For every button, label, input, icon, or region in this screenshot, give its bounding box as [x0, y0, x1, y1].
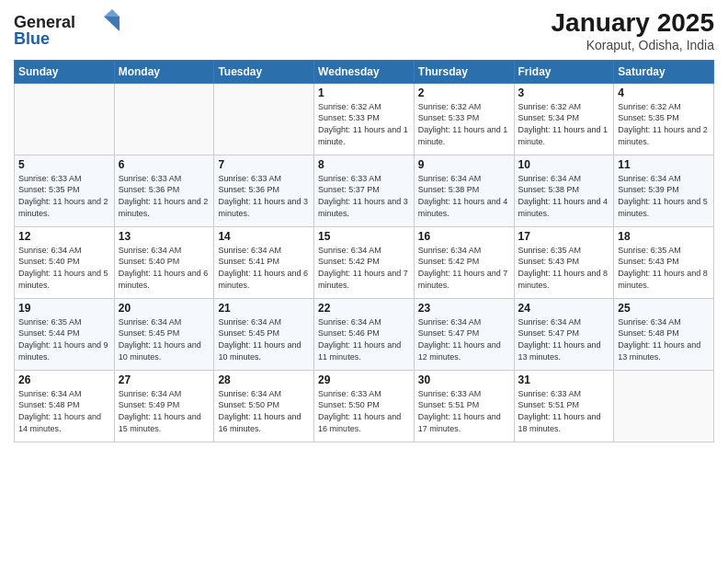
day-number: 27 — [119, 373, 210, 386]
week-row-4: 19Sunrise: 6:35 AM Sunset: 5:44 PM Dayli… — [15, 298, 714, 370]
day-number: 19 — [18, 302, 110, 315]
day-number: 29 — [318, 373, 410, 386]
day-info: Sunrise: 6:33 AM Sunset: 5:36 PM Dayligh… — [218, 173, 310, 219]
day-number: 18 — [618, 230, 710, 243]
weekday-header-wednesday: Wednesday — [314, 60, 415, 83]
weekday-header-sunday: Sunday — [15, 60, 115, 83]
day-number: 8 — [318, 158, 410, 171]
month-title: January 2025 — [552, 9, 714, 38]
day-number: 7 — [218, 158, 310, 171]
day-cell: 12Sunrise: 6:34 AM Sunset: 5:40 PM Dayli… — [15, 226, 115, 298]
title-block: January 2025 Koraput, Odisha, India — [552, 9, 714, 52]
day-info: Sunrise: 6:34 AM Sunset: 5:45 PM Dayligh… — [119, 316, 210, 362]
day-number: 2 — [418, 86, 510, 99]
weekday-header-monday: Monday — [114, 60, 214, 83]
day-number: 30 — [418, 373, 510, 386]
day-cell: 30Sunrise: 6:33 AM Sunset: 5:51 PM Dayli… — [414, 370, 514, 442]
day-number: 26 — [18, 373, 110, 386]
day-info: Sunrise: 6:34 AM Sunset: 5:46 PM Dayligh… — [318, 316, 410, 362]
day-info: Sunrise: 6:34 AM Sunset: 5:42 PM Dayligh… — [418, 245, 510, 291]
day-info: Sunrise: 6:32 AM Sunset: 5:35 PM Dayligh… — [618, 101, 710, 147]
day-number: 24 — [518, 302, 610, 315]
day-cell: 9Sunrise: 6:34 AM Sunset: 5:38 PM Daylig… — [414, 155, 514, 226]
day-cell: 8Sunrise: 6:33 AM Sunset: 5:37 PM Daylig… — [314, 155, 415, 226]
day-info: Sunrise: 6:33 AM Sunset: 5:37 PM Dayligh… — [318, 173, 410, 219]
day-cell — [614, 370, 714, 442]
day-number: 22 — [318, 302, 410, 315]
day-number: 3 — [518, 86, 610, 99]
day-cell — [15, 83, 115, 155]
day-cell: 16Sunrise: 6:34 AM Sunset: 5:42 PM Dayli… — [414, 226, 514, 298]
day-cell: 17Sunrise: 6:35 AM Sunset: 5:43 PM Dayli… — [514, 226, 614, 298]
day-info: Sunrise: 6:34 AM Sunset: 5:39 PM Dayligh… — [618, 173, 710, 219]
page: General Blue January 2025 Koraput, Odish… — [0, 0, 728, 563]
location: Koraput, Odisha, India — [552, 38, 714, 52]
day-number: 15 — [318, 230, 410, 243]
day-info: Sunrise: 6:32 AM Sunset: 5:34 PM Dayligh… — [518, 101, 610, 147]
day-number: 14 — [218, 230, 310, 243]
day-cell: 23Sunrise: 6:34 AM Sunset: 5:47 PM Dayli… — [414, 298, 514, 370]
day-cell: 10Sunrise: 6:34 AM Sunset: 5:38 PM Dayli… — [514, 155, 614, 226]
svg-text:Blue: Blue — [14, 29, 50, 48]
day-number: 1 — [318, 86, 410, 99]
day-info: Sunrise: 6:32 AM Sunset: 5:33 PM Dayligh… — [418, 101, 510, 147]
day-cell: 4Sunrise: 6:32 AM Sunset: 5:35 PM Daylig… — [614, 83, 714, 155]
day-info: Sunrise: 6:35 AM Sunset: 5:43 PM Dayligh… — [518, 245, 610, 291]
day-cell: 6Sunrise: 6:33 AM Sunset: 5:36 PM Daylig… — [114, 155, 214, 226]
day-number: 12 — [18, 230, 110, 243]
day-number: 10 — [518, 158, 610, 171]
day-cell: 18Sunrise: 6:35 AM Sunset: 5:43 PM Dayli… — [614, 226, 714, 298]
day-cell: 27Sunrise: 6:34 AM Sunset: 5:49 PM Dayli… — [114, 370, 214, 442]
day-cell: 5Sunrise: 6:33 AM Sunset: 5:35 PM Daylig… — [15, 155, 115, 226]
day-number: 16 — [418, 230, 510, 243]
calendar-table: SundayMondayTuesdayWednesdayThursdayFrid… — [14, 60, 714, 442]
logo: General Blue — [14, 9, 133, 51]
day-number: 13 — [119, 230, 210, 243]
weekday-header-thursday: Thursday — [414, 60, 514, 83]
day-info: Sunrise: 6:35 AM Sunset: 5:43 PM Dayligh… — [618, 245, 710, 291]
svg-marker-2 — [104, 17, 119, 31]
day-cell: 1Sunrise: 6:32 AM Sunset: 5:33 PM Daylig… — [314, 83, 415, 155]
day-cell: 31Sunrise: 6:33 AM Sunset: 5:51 PM Dayli… — [514, 370, 614, 442]
day-info: Sunrise: 6:34 AM Sunset: 5:49 PM Dayligh… — [119, 388, 210, 434]
weekday-header-tuesday: Tuesday — [214, 60, 314, 83]
day-info: Sunrise: 6:34 AM Sunset: 5:38 PM Dayligh… — [418, 173, 510, 219]
day-cell: 15Sunrise: 6:34 AM Sunset: 5:42 PM Dayli… — [314, 226, 415, 298]
day-info: Sunrise: 6:34 AM Sunset: 5:50 PM Dayligh… — [218, 388, 310, 434]
svg-marker-3 — [104, 9, 119, 17]
day-cell: 11Sunrise: 6:34 AM Sunset: 5:39 PM Dayli… — [614, 155, 714, 226]
day-number: 6 — [119, 158, 210, 171]
day-info: Sunrise: 6:33 AM Sunset: 5:35 PM Dayligh… — [18, 173, 110, 219]
day-cell: 2Sunrise: 6:32 AM Sunset: 5:33 PM Daylig… — [414, 83, 514, 155]
day-cell — [214, 83, 314, 155]
day-cell: 24Sunrise: 6:34 AM Sunset: 5:47 PM Dayli… — [514, 298, 614, 370]
day-info: Sunrise: 6:33 AM Sunset: 5:51 PM Dayligh… — [418, 388, 510, 434]
day-info: Sunrise: 6:34 AM Sunset: 5:38 PM Dayligh… — [518, 173, 610, 219]
day-info: Sunrise: 6:33 AM Sunset: 5:51 PM Dayligh… — [518, 388, 610, 434]
day-info: Sunrise: 6:34 AM Sunset: 5:48 PM Dayligh… — [18, 388, 110, 434]
svg-text:General: General — [14, 13, 75, 31]
day-number: 5 — [18, 158, 110, 171]
week-row-1: 1Sunrise: 6:32 AM Sunset: 5:33 PM Daylig… — [15, 83, 714, 155]
day-cell — [114, 83, 214, 155]
day-cell: 25Sunrise: 6:34 AM Sunset: 5:48 PM Dayli… — [614, 298, 714, 370]
day-number: 21 — [218, 302, 310, 315]
day-cell: 21Sunrise: 6:34 AM Sunset: 5:45 PM Dayli… — [214, 298, 314, 370]
day-info: Sunrise: 6:34 AM Sunset: 5:45 PM Dayligh… — [218, 316, 310, 362]
day-cell: 19Sunrise: 6:35 AM Sunset: 5:44 PM Dayli… — [15, 298, 115, 370]
week-row-3: 12Sunrise: 6:34 AM Sunset: 5:40 PM Dayli… — [15, 226, 714, 298]
day-info: Sunrise: 6:33 AM Sunset: 5:50 PM Dayligh… — [318, 388, 410, 434]
logo-svg: General Blue — [14, 9, 133, 51]
day-info: Sunrise: 6:34 AM Sunset: 5:48 PM Dayligh… — [618, 316, 710, 362]
day-cell: 22Sunrise: 6:34 AM Sunset: 5:46 PM Dayli… — [314, 298, 415, 370]
day-cell: 7Sunrise: 6:33 AM Sunset: 5:36 PM Daylig… — [214, 155, 314, 226]
week-row-2: 5Sunrise: 6:33 AM Sunset: 5:35 PM Daylig… — [15, 155, 714, 226]
day-cell: 14Sunrise: 6:34 AM Sunset: 5:41 PM Dayli… — [214, 226, 314, 298]
day-number: 20 — [119, 302, 210, 315]
day-info: Sunrise: 6:34 AM Sunset: 5:41 PM Dayligh… — [218, 245, 310, 291]
day-number: 28 — [218, 373, 310, 386]
header: General Blue January 2025 Koraput, Odish… — [14, 9, 714, 52]
day-number: 9 — [418, 158, 510, 171]
weekday-header-friday: Friday — [514, 60, 614, 83]
day-number: 31 — [518, 373, 610, 386]
